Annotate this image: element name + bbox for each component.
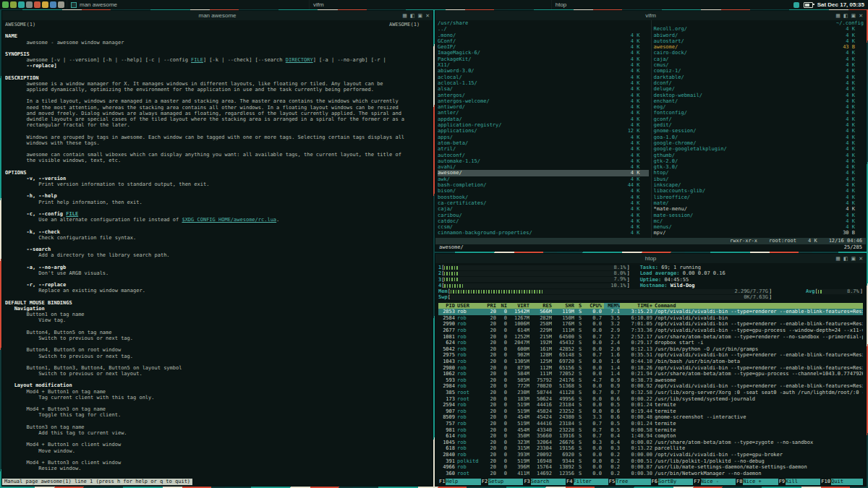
file-row[interactable]: caja/4 K <box>438 206 649 212</box>
file-row[interactable]: compiz-1/4 K <box>654 68 864 74</box>
htop-titlebar[interactable]: htop ▦◧▣✕ <box>435 254 866 263</box>
process-row[interactable]: 173root200183M5062449956S0.00.60:00.22/u… <box>438 396 863 403</box>
file-row[interactable]: application-registry/4 K <box>438 122 649 128</box>
float-layout-icon[interactable]: ▣ <box>418 13 423 19</box>
process-row[interactable]: 2853rob2001542M566M119MS0.07.13:15.23/op… <box>438 309 863 315</box>
file-row[interactable]: catdoc/4 K <box>438 218 649 224</box>
file-row[interactable]: gedit/4 K <box>654 122 864 128</box>
close-icon[interactable]: ✕ <box>859 13 863 19</box>
file-row[interactable]: libreoffice/4 K <box>654 194 864 200</box>
file-row[interactable]: libaccounts-glib/4 K <box>654 188 864 194</box>
fkey-tree[interactable]: F5Tree <box>608 479 651 485</box>
process-row[interactable]: 2584rob2001267M282M150MS0.73.56:10.89/op… <box>438 315 863 322</box>
process-row[interactable]: 593rob200585M7579224176S4.70.90:38.73awe… <box>438 377 863 384</box>
column-header-res[interactable]: RES <box>532 303 552 309</box>
file-row[interactable]: atril/4 K <box>438 146 649 152</box>
file-row[interactable]: mc/4 K <box>654 218 864 224</box>
file-row[interactable]: aclocal/4 K <box>438 74 649 80</box>
file-row[interactable]: htop/4 K <box>654 170 864 176</box>
column-header-s[interactable]: S <box>576 303 584 309</box>
tasklist-item-vifm[interactable]: vifm <box>309 0 551 9</box>
file-row[interactable]: atom-beta/4 K <box>438 140 649 146</box>
process-row[interactable]: 981rob200454M4334023228S0.70.50:00.58ter… <box>438 427 863 434</box>
column-header-cpu[interactable]: CPU% <box>586 303 602 309</box>
column-header-pid[interactable]: PID <box>438 303 455 309</box>
file-row[interactable]: goa-1.0/4 K <box>654 134 864 140</box>
file-row[interactable]: menus/4 K <box>654 224 864 230</box>
file-row[interactable]: cinnamon-background-properties/4 K <box>438 230 649 236</box>
file-row[interactable]: ca-certificates/4 K <box>438 200 649 206</box>
fkey-quit[interactable]: F10Quit <box>820 479 863 485</box>
file-row[interactable]: boostbook/4 K <box>438 194 649 200</box>
file-row[interactable]: .mono/4 K <box>438 33 649 38</box>
process-row[interactable]: 2990rob2001006M258M176MS0.03.27:01.05/op… <box>438 321 863 328</box>
process-row[interactable]: 2840rob200393M200926920S0.00.20:00.00/op… <box>438 452 863 458</box>
process-row[interactable]: 1062rob200584M111M72052S0.01.40:21.94/us… <box>438 371 863 377</box>
launcher-icon-5[interactable] <box>34 1 41 8</box>
launcher-icon-1[interactable] <box>2 1 9 8</box>
file-row[interactable]: mate-session/4 K <box>654 213 864 218</box>
vifm-command-line[interactable]: awesome/ 25/285 <box>435 244 866 251</box>
file-row[interactable]: cmus/4 K <box>654 62 864 68</box>
launcher-icon-7[interactable] <box>50 1 56 8</box>
column-header-pri[interactable]: PRI <box>485 303 496 309</box>
fkey-filter[interactable]: F4Filter <box>566 479 608 485</box>
tile-layout-icon[interactable]: ▦ <box>835 256 841 262</box>
fkey-nice[interactable]: F8Nice + <box>736 479 778 485</box>
file-row[interactable]: applications/12 K <box>438 128 649 134</box>
file-row[interactable]: avahi/4 K <box>438 164 649 170</box>
file-row[interactable]: *mate-menu/4 K <box>654 206 864 212</box>
file-row[interactable]: X11/4 K <box>438 62 649 68</box>
process-row[interactable]: 1043rob2001305M125M69720S0.01.60:44.10/b… <box>438 359 863 365</box>
fkey-setup[interactable]: F2Setup <box>481 479 524 485</box>
file-row[interactable]: ../ <box>438 26 649 32</box>
fkey-nice[interactable]: F7Nice - <box>693 479 736 485</box>
file-row[interactable]: gtk-2.0/4 K <box>654 158 864 164</box>
tasklist-item-htop[interactable]: htop <box>551 0 793 9</box>
file-row[interactable]: antler/4 K <box>438 110 649 116</box>
split-layout-icon[interactable]: ◧ <box>410 13 415 19</box>
process-row[interactable]: 1045rob200323M3206426676S0.30.40:00.02/u… <box>438 440 863 446</box>
column-header-shr[interactable]: SHR <box>554 303 574 309</box>
file-row[interactable]: bison/4 K <box>438 188 649 194</box>
file-row[interactable]: dconf/4 K <box>654 80 864 86</box>
dropbox-tray-icon[interactable] <box>793 2 799 8</box>
man-titlebar[interactable]: man awesome ▦◧▣✕ <box>2 11 433 20</box>
file-row[interactable]: bash-completion/44 K <box>438 182 649 188</box>
file-row[interactable]: awk/4 K <box>438 176 649 182</box>
vifm-titlebar[interactable]: vifm ▦◧▣✕ <box>435 11 866 20</box>
process-row[interactable]: 2980rob200873M112M65156S0.01.40:18.26/op… <box>438 365 863 372</box>
launcher-icon-6[interactable] <box>42 1 48 8</box>
launcher-icon-2[interactable] <box>10 1 17 8</box>
file-row[interactable]: antergos/4 K <box>438 93 649 98</box>
file-row[interactable]: antiword/4 K <box>438 104 649 110</box>
process-row[interactable]: 614rob200350M3566013916S0.70.41:40.94com… <box>438 433 863 440</box>
process-row[interactable]: 385root200230M5874441128S0.70.70:32.58/u… <box>438 390 863 396</box>
process-row[interactable]: 2677rob200614M229M111MS0.02.97:33.36/opt… <box>438 328 863 334</box>
file-row[interactable]: google-googletalkplugin/4 K <box>654 146 864 152</box>
file-row[interactable]: autoconf/4 K <box>438 153 649 158</box>
file-row[interactable]: abiword-3.0/4 K <box>438 68 649 74</box>
process-row[interactable]: 360root200411M1469212356S0.00.20:00.30/u… <box>438 471 863 477</box>
file-row[interactable]: awesome/43 B <box>654 44 864 50</box>
fkey-search[interactable]: F3Search <box>523 479 566 485</box>
column-header-mem[interactable]: MEM% <box>604 303 620 309</box>
process-row[interactable]: 391polkitd200519M169489344S0.00.20:00.51… <box>438 458 863 465</box>
process-row[interactable]: 5042rob200600M161M42852S0.02.00:12.13/us… <box>438 346 863 353</box>
file-row[interactable]: GeoIP/4 K <box>438 44 649 50</box>
fkey-help[interactable]: F1Help <box>438 479 481 485</box>
file-row[interactable]: caribou/4 K <box>438 213 649 218</box>
float-layout-icon[interactable]: ▣ <box>851 256 856 262</box>
column-header-ni[interactable]: NI <box>498 303 507 309</box>
process-row[interactable]: 1081rob2001252M215M64500S0.72.72:52.17/u… <box>438 334 863 341</box>
process-row[interactable]: 624rob2002047M192M45432S0.02.40:29.17dro… <box>438 340 863 346</box>
float-layout-icon[interactable]: ▣ <box>851 13 856 19</box>
file-row[interactable]: darktable/4 K <box>654 74 864 80</box>
file-row[interactable]: apps/4 K <box>438 134 649 140</box>
column-header-command[interactable]: Command <box>655 303 863 309</box>
file-row[interactable]: awesome/4 K <box>438 170 649 176</box>
file-row[interactable]: mpv/30 B <box>654 230 864 236</box>
file-row[interactable]: mate/4 K <box>654 200 864 206</box>
file-row[interactable]: cairo-dock/4 K <box>654 50 864 56</box>
file-row[interactable]: gthumb/4 K <box>654 153 864 158</box>
